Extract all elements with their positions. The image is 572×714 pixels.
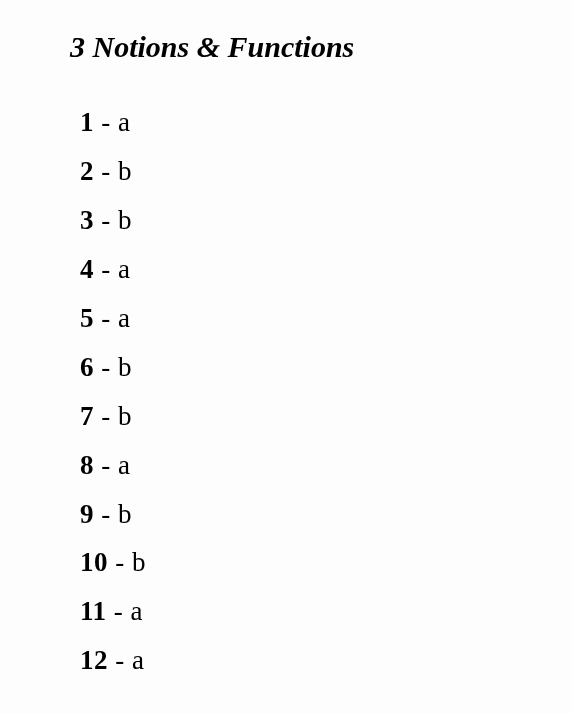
item-number: 1 (80, 107, 94, 137)
item-separator: - (94, 499, 118, 529)
list-item: 9 - b (80, 498, 572, 531)
item-number: 2 (80, 156, 94, 186)
item-value: a (118, 107, 130, 137)
item-value: b (118, 401, 132, 431)
list-item: 12 - a (80, 644, 572, 677)
item-separator: - (94, 254, 118, 284)
item-separator: - (94, 205, 118, 235)
answer-list: 1 - a 2 - b 3 - b 4 - a 5 - a 6 - b 7 - … (70, 106, 572, 677)
item-separator: - (94, 303, 118, 333)
item-number: 11 (80, 596, 107, 626)
item-number: 4 (80, 254, 94, 284)
item-number: 9 (80, 499, 94, 529)
item-value: a (132, 645, 144, 675)
item-value: b (118, 156, 132, 186)
list-item: 4 - a (80, 253, 572, 286)
item-separator: - (94, 401, 118, 431)
item-separator: - (108, 645, 132, 675)
list-item: 6 - b (80, 351, 572, 384)
item-number: 6 (80, 352, 94, 382)
item-value: a (131, 596, 143, 626)
list-item: 1 - a (80, 106, 572, 139)
list-item: 10 - b (80, 546, 572, 579)
item-separator: - (94, 450, 118, 480)
item-number: 8 (80, 450, 94, 480)
item-value: b (132, 547, 146, 577)
list-item: 3 - b (80, 204, 572, 237)
item-number: 3 (80, 205, 94, 235)
item-separator: - (107, 596, 131, 626)
item-number: 5 (80, 303, 94, 333)
item-value: a (118, 450, 130, 480)
list-item: 2 - b (80, 155, 572, 188)
list-item: 8 - a (80, 449, 572, 482)
item-value: b (118, 205, 132, 235)
section-heading: 3 Notions & Functions (70, 30, 572, 64)
item-separator: - (108, 547, 132, 577)
item-value: a (118, 303, 130, 333)
item-separator: - (94, 156, 118, 186)
item-value: a (118, 254, 130, 284)
list-item: 5 - a (80, 302, 572, 335)
item-separator: - (94, 107, 118, 137)
item-value: b (118, 499, 132, 529)
item-number: 7 (80, 401, 94, 431)
item-number: 12 (80, 645, 108, 675)
list-item: 11 - a (80, 595, 572, 628)
item-number: 10 (80, 547, 108, 577)
list-item: 7 - b (80, 400, 572, 433)
item-separator: - (94, 352, 118, 382)
item-value: b (118, 352, 132, 382)
